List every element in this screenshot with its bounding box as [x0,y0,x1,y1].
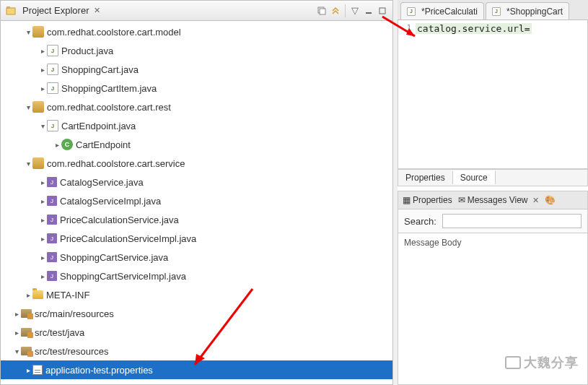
svg-rect-0 [6,8,15,14]
package-icon [32,101,44,113]
search-row: Search: [398,209,588,233]
java-file-icon: J [47,233,57,243]
project-explorer-icon [5,5,17,17]
java-file-icon: J [47,64,58,75]
tree-item[interactable]: ▾com.redhat.coolstore.cart.service [1,154,392,173]
svg-rect-4 [366,12,372,14]
package-icon [32,26,44,38]
properties-file-icon [32,365,43,375]
watermark: 大魏分享 [505,354,579,371]
project-explorer-title: Project Explorer [22,5,89,16]
maximize-icon[interactable] [377,5,388,17]
tab-source[interactable]: Source [453,170,496,184]
editor-bottom-tabs: Properties Source [398,169,588,186]
java-file-icon: J [47,45,58,56]
java-file-icon: J [47,82,58,94]
right-panel: J*PriceCalculati J*ShoppingCart 1 catalo… [398,0,588,385]
package-icon [32,157,44,169]
close-icon[interactable]: ✕ [94,6,100,15]
source-folder-icon [21,347,32,355]
tree-item[interactable]: ▸JShoppingCart.java [1,60,392,79]
java-file-icon: J [47,196,57,206]
message-icon: ✉ [458,195,465,205]
minimize-icon[interactable] [363,5,374,17]
tree-item[interactable]: ▸JShoppingCartService.java [1,248,392,267]
properties-icon: ▦ [403,195,411,205]
java-file-icon: J [47,120,58,131]
tree-item[interactable]: ▸JPriceCalculationService.java [1,210,392,229]
search-input[interactable] [442,214,582,228]
class-icon: C [61,139,73,150]
editor-area[interactable]: 1 catalog.service.url= [398,20,588,169]
java-file-icon: J [407,7,416,16]
tree-item[interactable]: ▸JShoppingCartServiceImpl.java [1,267,392,285]
message-body-panel: Message Body 大魏分享 [398,233,588,385]
tree-item-selected[interactable]: ▸application-test.properties [1,360,392,379]
svg-rect-1 [6,7,10,9]
tree-item[interactable]: ▾com.redhat.coolstore.cart.model [1,22,392,41]
tree-item[interactable]: ▸JShoppingCartItem.java [1,79,392,98]
tree-item[interactable]: ▸src/test/java [1,323,392,342]
java-file-icon: J [492,7,501,16]
editor-tab[interactable]: J*PriceCalculati [400,2,484,20]
view-properties[interactable]: ▦Properties [403,195,452,205]
editor-line-content[interactable]: catalog.service.url= [416,23,532,34]
collapse-all-icon[interactable] [316,5,328,17]
line-number: 1 [401,23,416,34]
tree-item[interactable]: ▾com.redhat.coolstore.cart.rest [1,98,392,116]
editor-tab[interactable]: J*ShoppingCart [486,2,569,20]
java-file-icon: J [47,215,57,225]
tree-item[interactable]: ▸src/main/resources [1,304,392,323]
source-folder-icon [21,309,32,318]
view-menu-icon[interactable]: ▽ [349,5,361,17]
view-messages[interactable]: ✉Messages View✕ [458,195,539,205]
views-header: ▦Properties ✉Messages View✕ 🎨 [398,191,588,209]
tree-item[interactable]: ▸JPriceCalculationServiceImpl.java [1,229,392,248]
tree-item[interactable]: ▸META-INF [1,285,392,304]
close-icon[interactable]: ✕ [532,196,539,205]
folder-icon [32,290,43,299]
java-file-icon: J [47,252,57,262]
tab-properties[interactable]: Properties [398,171,453,184]
java-file-icon: J [47,271,57,281]
project-explorer-header: Project Explorer ✕ ▽ [1,1,392,21]
tree-item[interactable]: ▸JProduct.java [1,41,392,60]
project-explorer-panel: Project Explorer ✕ ▽ ▾com.redhat.coolsto… [0,0,393,385]
message-body-label: Message Body [404,238,582,248]
tree-item[interactable]: ▸JCatalogService.java [1,173,392,191]
view-extra[interactable]: 🎨 [545,195,556,205]
tree-item[interactable]: ▸JCatalogServiceImpl.java [1,191,392,210]
svg-rect-5 [379,8,385,14]
search-label: Search: [404,216,436,227]
java-file-icon: J [47,177,57,187]
tree-item[interactable]: ▸CCartEndpoint [1,135,392,154]
tree-item[interactable]: ▾JCartEndpoint.java [1,116,392,135]
link-editor-icon[interactable] [330,5,341,17]
source-folder-icon [21,328,32,337]
svg-rect-3 [320,9,325,14]
palette-icon: 🎨 [545,195,556,205]
project-tree[interactable]: ▾com.redhat.coolstore.cart.model ▸JProdu… [1,21,392,384]
editor-tab-bar: J*PriceCalculati J*ShoppingCart [398,0,588,20]
tree-item[interactable]: ▾src/test/resources [1,342,392,360]
